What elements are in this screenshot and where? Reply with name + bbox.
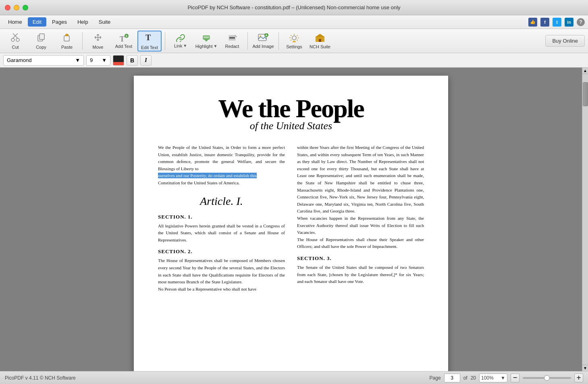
zoom-slider[interactable] <box>523 377 571 379</box>
close-button[interactable] <box>5 5 10 10</box>
svg-text:T: T <box>120 35 125 43</box>
scroll-down-arrow[interactable]: ▼ <box>582 365 588 371</box>
font-family-select[interactable]: Garamond ▼ <box>3 55 84 66</box>
zoom-select[interactable]: 100% ▼ <box>479 374 507 382</box>
copy-button[interactable]: Copy <box>29 31 53 52</box>
preamble-end: Constitution for the United States of Am… <box>158 180 240 185</box>
section-2-text: The House of Representatives shall be co… <box>158 257 285 285</box>
facebook-icon[interactable]: f <box>540 18 549 27</box>
window-controls <box>5 5 28 10</box>
section-1-title: SECTION. 1. <box>158 214 285 220</box>
scroll-track[interactable] <box>582 74 588 365</box>
preamble-text: We the People of the United States, in O… <box>158 144 285 187</box>
window-title: PicoPDF by NCH Software - constitution.p… <box>187 4 400 10</box>
svg-point-2 <box>11 38 15 41</box>
font-family-value: Garamond <box>7 57 31 63</box>
section-2-text-2: No Person shall be a Representative who … <box>158 286 285 293</box>
maximize-button[interactable] <box>23 5 28 10</box>
svg-text:+: + <box>125 34 128 38</box>
settings-label: Settings <box>286 44 302 49</box>
settings-button[interactable]: Settings <box>282 31 306 52</box>
highlight-arrow[interactable]: ▼ <box>213 44 217 48</box>
move-button[interactable]: Move <box>86 31 110 52</box>
link-label: Link <box>174 43 182 48</box>
zoom-thumb[interactable] <box>544 375 550 381</box>
header-united-states: of the United States <box>250 120 332 132</box>
pdf-content: We the People of the United States, in O… <box>158 144 424 293</box>
toolbar: Cut Copy Paste Move <box>0 29 588 53</box>
add-image-label: Add Image <box>252 44 274 49</box>
nch-suite-icon <box>314 33 326 43</box>
italic-button[interactable]: I <box>140 55 152 66</box>
help-icon[interactable]: ? <box>577 18 585 26</box>
redact-label: Redact <box>225 44 239 49</box>
pdf-left-column: We the People of the United States, in O… <box>158 144 285 293</box>
bold-button[interactable]: B <box>127 55 138 66</box>
section-3-title: SECTION. 3. <box>297 255 424 262</box>
redact-icon <box>227 33 237 43</box>
highlight-button[interactable]: Highlight ▼ <box>194 31 218 52</box>
preamble-intro: We the People of the United States, in O… <box>158 145 285 171</box>
like-icon[interactable]: 👍 <box>528 18 537 27</box>
linkedin-icon[interactable]: in <box>565 18 573 27</box>
menu-suite[interactable]: Suite <box>94 17 116 27</box>
scroll-up-arrow[interactable]: ▲ <box>582 68 588 74</box>
link-arrow[interactable]: ▼ <box>183 43 187 48</box>
copy-icon <box>36 33 46 44</box>
right-col-p4: The Senate of the United States shall be… <box>297 264 424 285</box>
font-size-arrow: ▼ <box>102 57 107 63</box>
cut-button[interactable]: Cut <box>3 31 27 52</box>
minimize-button[interactable] <box>14 5 19 10</box>
copy-label: Copy <box>36 45 46 50</box>
nch-suite-label: NCH Suite <box>310 44 330 49</box>
menu-help[interactable]: Help <box>73 17 93 27</box>
buy-online-button[interactable]: Buy Online <box>545 35 585 47</box>
page-container[interactable]: We the People of the United States We th… <box>0 68 582 371</box>
font-size-value: 9 <box>90 57 93 63</box>
total-pages: 20 <box>471 375 476 381</box>
font-family-arrow: ▼ <box>75 57 80 63</box>
edit-text-icon: T <box>145 32 154 44</box>
pdf-page: We the People of the United States We th… <box>134 76 448 371</box>
title-bar: PicoPDF by NCH Software - constitution.p… <box>0 0 588 15</box>
menu-pages[interactable]: Pages <box>47 17 72 27</box>
zoom-arrow: ▼ <box>501 375 505 381</box>
separator-2 <box>165 32 165 50</box>
page-number-input[interactable] <box>444 374 460 382</box>
zoom-out-button[interactable]: − <box>511 374 519 382</box>
svg-rect-5 <box>39 34 44 39</box>
font-size-select[interactable]: 9 ▼ <box>86 55 110 66</box>
version-text: PicoPDF v 4.11 © NCH Software <box>5 375 76 381</box>
separator-1 <box>82 32 83 50</box>
main-area: We the People of the United States We th… <box>0 68 588 371</box>
move-label: Move <box>93 45 104 50</box>
document-header: We the People of the United States <box>158 96 424 132</box>
link-icon <box>176 34 185 43</box>
menu-edit[interactable]: Edit <box>28 17 46 27</box>
edit-text-button[interactable]: T Edit Text <box>137 31 162 52</box>
right-col-p1: within three Years after the first Meeti… <box>297 144 424 215</box>
paste-button[interactable]: Paste <box>55 31 79 52</box>
status-bar: PicoPDF v 4.11 © NCH Software Page of 20… <box>0 371 588 384</box>
nch-suite-button[interactable]: NCH Suite <box>308 31 332 52</box>
twitter-icon[interactable]: t <box>553 18 561 27</box>
svg-point-3 <box>16 38 19 41</box>
text-color-picker[interactable] <box>113 55 124 66</box>
svg-rect-21 <box>293 41 296 42</box>
menu-right-icons: 👍 f t in ? <box>528 18 585 27</box>
link-button[interactable]: Link ▼ <box>168 31 193 52</box>
section-2-title: SECTION. 2. <box>158 248 285 255</box>
add-image-icon: + <box>258 33 269 43</box>
redact-button[interactable]: Redact <box>220 31 244 52</box>
svg-rect-16 <box>229 37 235 38</box>
cut-icon <box>10 33 20 44</box>
scroll-thumb[interactable] <box>583 82 588 106</box>
zoom-in-button[interactable]: + <box>574 374 583 382</box>
color-preview-top <box>113 56 124 62</box>
add-text-button[interactable]: T + Add Text <box>112 31 136 52</box>
right-col-p2: When vacancies happen in the Representat… <box>297 215 424 236</box>
add-image-button[interactable]: + Add Image <box>251 31 275 52</box>
header-we-the-people: We the People <box>218 94 364 123</box>
menu-home[interactable]: Home <box>3 17 27 27</box>
color-preview-bottom <box>113 62 124 65</box>
